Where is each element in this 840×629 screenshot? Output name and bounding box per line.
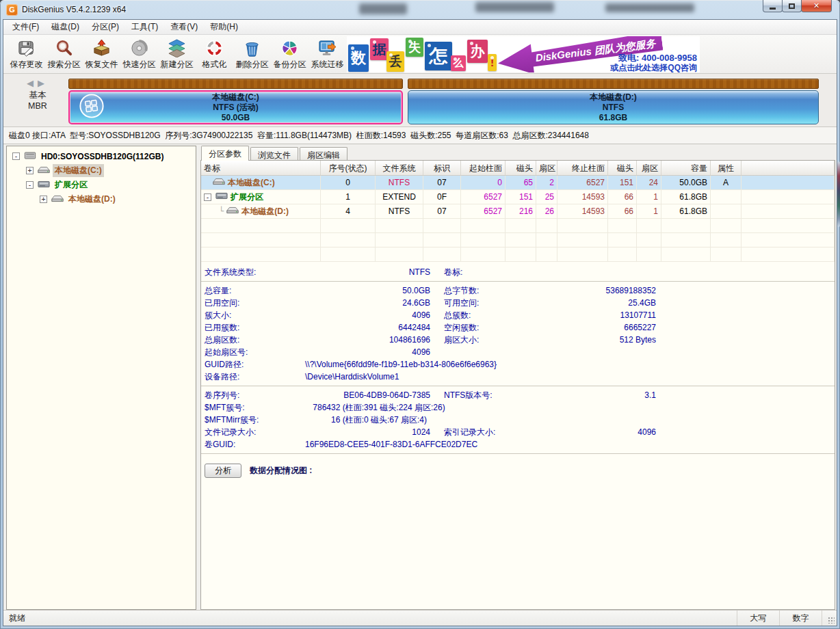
tree-expander-icon[interactable]: - (12, 152, 20, 160)
empty-cell (506, 247, 536, 261)
banner-tile-3: 失 (406, 38, 423, 57)
tree-expander-icon[interactable]: + (26, 167, 34, 174)
minimize-button[interactable] (763, 0, 783, 12)
column-header-8[interactable]: 磁头 (608, 161, 637, 175)
toolbar-system-migrate-label: 系统迁移 (311, 59, 344, 70)
cell-扇区: 1 (637, 190, 661, 204)
row-expander-icon[interactable]: - (204, 193, 211, 201)
cell-filler (741, 176, 835, 189)
partition-icon (226, 206, 239, 216)
tab-sector-edit[interactable]: 扇区编辑 (300, 147, 347, 161)
toolbar-recover-files-button[interactable]: 恢复文件 (83, 36, 120, 72)
detail-value: 24.6GB (304, 298, 430, 308)
partition-c-name: 本地磁盘(C:) (212, 92, 259, 103)
cell-扇区: 25 (536, 190, 557, 204)
toolbar-new-partition-button[interactable]: 新建分区 (158, 36, 196, 72)
title-bar[interactable]: G DiskGenius V5.4.2.1239 x64 ✕ (0, 0, 840, 19)
tab-browse-files[interactable]: 浏览文件 (250, 147, 298, 161)
detail-row-0-0: 文件系统类型:NTFS卷标: (201, 266, 835, 278)
empty-cell (637, 219, 661, 232)
resize-grip[interactable] (822, 611, 837, 626)
cell-filler (741, 219, 835, 232)
tab-partition-params[interactable]: 分区参数 (201, 146, 249, 161)
partition-bar-d[interactable]: 本地磁盘(D:) NTFS 61.8GB (408, 90, 819, 124)
empty-cell (711, 219, 741, 232)
toolbar-format-button[interactable]: 格式化 (196, 36, 233, 72)
tree-item-1[interactable]: +本地磁盘(C:) (7, 163, 196, 178)
detail-row-2-0: 卷序列号:BE06-4DB9-064D-7385NTFS版本号:3.1 (201, 389, 835, 401)
empty-cell (557, 219, 608, 232)
column-header-9[interactable]: 扇区 (637, 161, 661, 175)
tree-item-3[interactable]: +本地磁盘(D:) (7, 192, 196, 206)
empty-cell (637, 233, 661, 247)
tree-expander-icon[interactable]: + (40, 196, 47, 203)
toolbar-backup-partition-button[interactable]: 备份分区 (271, 36, 309, 72)
status-bar: 就绪 大写 数字 (3, 610, 837, 626)
table-empty-row (201, 247, 835, 262)
detail-separator (201, 386, 835, 386)
next-disk-arrow-icon[interactable]: ▶ (38, 78, 49, 88)
column-header-1[interactable]: 序号(状态) (321, 161, 376, 175)
cell-标识: 07 (423, 176, 461, 189)
column-header-4[interactable]: 起始柱面 (461, 161, 506, 175)
partition-details: 文件系统类型:NTFS卷标:总容量:50.0GB总字节数:53689188352… (201, 262, 835, 457)
column-header-2[interactable]: 文件系统 (376, 161, 423, 175)
maximize-button[interactable] (782, 0, 802, 12)
menu-item-3[interactable]: 工具(T) (125, 20, 164, 34)
column-header-3[interactable]: 标识 (423, 161, 461, 175)
toolbar-quick-partition-button[interactable]: 快速分区 (120, 36, 158, 72)
tree-item-2[interactable]: -扩展分区 (7, 178, 196, 192)
column-header-0[interactable]: 卷标 (201, 161, 321, 175)
prev-disk-arrow-icon[interactable]: ◀ (27, 78, 38, 88)
column-header-10[interactable]: 容量 (661, 161, 711, 175)
column-header-6[interactable]: 扇区 (536, 161, 557, 175)
cell-磁头: 151 (608, 176, 637, 189)
detail-label: 总簇数: (430, 310, 519, 321)
close-button[interactable]: ✕ (801, 0, 832, 12)
empty-cell (711, 247, 741, 261)
cell-磁头: 151 (506, 190, 536, 204)
banner-tile-7: ! (488, 54, 497, 71)
empty-cell (376, 247, 423, 261)
detail-value: 4096 (304, 310, 430, 320)
num-lock-indicator: 数字 (779, 611, 822, 626)
cell-属性: A (711, 176, 741, 189)
column-header-5[interactable]: 磁头 (506, 161, 536, 175)
recover-files-icon (92, 38, 111, 58)
detail-row-2-4: 卷GUID:16F96ED8-CEE5-401F-83D1-6AFFCE02D7… (201, 438, 835, 451)
cell-filler (741, 247, 835, 261)
menu-item-5[interactable]: 帮助(H) (204, 20, 244, 34)
empty-cell (201, 247, 321, 261)
column-header-11[interactable]: 属性 (711, 161, 741, 175)
table-row-1[interactable]: -扩展分区1EXTEND0F6527151251459366161.8GB (201, 190, 835, 204)
table-row-0[interactable]: 本地磁盘(C:)0NTFS07065265271512450.0GBA (201, 176, 835, 190)
detail-separator (201, 453, 835, 454)
toolbar-system-migrate-button[interactable]: 系统迁移 (309, 36, 346, 72)
table-body: 本地磁盘(C:)0NTFS07065265271512450.0GBA-扩展分区… (201, 176, 835, 262)
detail-label: 卷序列号: (201, 390, 304, 401)
tree-item-0[interactable]: -HD0:SOYOSSDHB120G(112GB) (7, 149, 196, 163)
menu-item-4[interactable]: 查看(V) (164, 20, 204, 34)
column-header-7[interactable]: 终止柱面 (557, 161, 608, 175)
detail-label: 总容量: (201, 285, 304, 297)
toolbar-delete-partition-button[interactable]: 删除分区 (233, 36, 271, 72)
ad-banner[interactable]: 数据丢失怎么办! DiskGenius 团队为您服务 致电: 400-008-9… (347, 36, 700, 72)
toolbar-search-partition-button[interactable]: 搜索分区 (45, 36, 83, 72)
partition-table: 卷标序号(状态)文件系统标识起始柱面磁头扇区终止柱面磁头扇区容量属性 本地磁盘(… (201, 161, 835, 262)
menu-item-0[interactable]: 文件(F) (6, 20, 45, 34)
cell-终止柱面: 14593 (557, 204, 608, 218)
toolbar-save-changes-button[interactable]: 保存更改 (8, 36, 45, 72)
menu-item-2[interactable]: 分区(P) (86, 20, 125, 34)
partition-bar-c[interactable]: 本地磁盘(C:) NTFS (活动) 50.0GB (68, 90, 403, 124)
analyze-button[interactable]: 分析 (205, 464, 241, 478)
cell-磁头: 66 (608, 204, 637, 218)
toolbar-save-changes-label: 保存更改 (10, 59, 43, 70)
table-row-2[interactable]: └本地磁盘(D:)4NTFS076527216261459366161.8GB (201, 204, 835, 219)
menu-item-1[interactable]: 磁盘(D) (45, 20, 86, 34)
backup-partition-icon (280, 38, 299, 58)
banner-qq-link[interactable]: 或点击此处选择QQ咨询 (610, 62, 697, 72)
tree-expander-icon[interactable]: - (26, 181, 34, 189)
detail-row-1-5: 起始扇区号:4096 (201, 346, 835, 358)
cell-序号(状态): 4 (321, 204, 376, 218)
volume-name: 本地磁盘(C:) (228, 177, 275, 189)
